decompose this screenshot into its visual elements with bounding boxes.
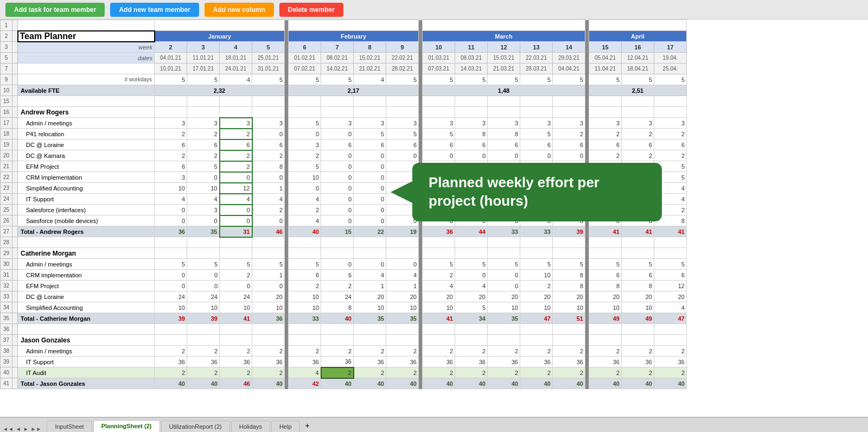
row-andrew-task-1: 17 Admin / meetings 33 3 3 5333 33333 33… (1, 118, 687, 129)
month-mar: March (423, 31, 585, 42)
row-catherine-task-5: 34 Simplified Accounting 10101010 108101… (1, 302, 687, 313)
row-1: 1 (1, 20, 687, 31)
callout-text: Planned weekly effort per project (hours… (429, 174, 599, 209)
month-feb: February (289, 31, 419, 42)
row-andrew-task-4: 20 DC @ Kamara 22 2 2 2000 00000 222 (1, 150, 687, 161)
row-jason-header: 37 Jason Gonzales (1, 335, 687, 346)
add-column-button[interactable]: Add new column (205, 3, 274, 17)
row-title-months: 2 Team Planner January February March Ap… (1, 31, 687, 42)
row-jason-task-2: 39 IT Support 36363636 36363636 36363636… (1, 357, 687, 367)
week-label: week (18, 42, 155, 53)
row-36: 36 (1, 324, 687, 335)
row-workdays: 9 # workdays 5545 5545 55555 555 (1, 74, 687, 85)
month-apr: April (589, 31, 687, 42)
row-catherine-task-3: 32 EFM Project 0000 2211 44028 8812 (1, 281, 687, 291)
row-jason-task-1: 38 Admin / meetings 2222 2222 22222 222 (1, 346, 687, 357)
row-catherine-header: 29 Catherine Morgan (1, 248, 687, 259)
month-jan: January (155, 31, 285, 42)
row-fte: 10 Available FTE 2,32 2,17 1,48 2,51 (1, 85, 687, 96)
row-28: 28 (1, 237, 687, 248)
row-dates-top: 5 dates 04.01.21 11.01.21 18.01.21 25.01… (1, 53, 687, 63)
row-andrew-task-2: 18 P41 relocation 22 2 0 0055 58852 222 (1, 129, 687, 139)
row-andrew-header: 16 Andrew Rogers (1, 107, 687, 118)
delete-member-button[interactable]: Delete member (279, 3, 343, 17)
row-jason-task-3: 40 IT Audit 2222 4 2 22 22222 222 (1, 367, 687, 378)
toolbar: Add task for team member Add new team me… (0, 0, 868, 20)
dates-label: dates (18, 53, 155, 63)
row-catherine-task-4: 33 DC @ Loraine 24242420 10242020 202020… (1, 291, 687, 302)
add-task-button[interactable]: Add task for team member (5, 3, 105, 17)
row-catherine-task-2: 31 CRM implementation 0021 6644 200108 6… (1, 270, 687, 281)
row-jason-total: 41 Total - Jason Gonzales 40404640 42404… (1, 378, 687, 389)
row-dates-bot: 7 10.01.21 17.01.21 24.01.21 31.01.21 07… (1, 63, 687, 74)
callout-tooltip: Planned weekly effort per project (hours… (412, 163, 662, 221)
row-andrew-task-3: 19 DC @ Loraine 66 6 6 3666 66666 666 (1, 139, 687, 150)
row-15: 15 (1, 96, 687, 107)
row-catherine-task-1: 30 Admin / meetings 5555 5000 55555 555 (1, 259, 687, 270)
row-andrew-total: 27 Total - Andrew Rogers 3635 31 46 4015… (1, 226, 687, 237)
row-catherine-total: 35 Total - Catherine Morgan 39394136 334… (1, 313, 687, 324)
row-weeks: 3 week 2 3 4 5 6 7 8 9 10 11 12 13 14 15 (1, 42, 687, 53)
sheet-title: Team Planner (18, 31, 155, 42)
add-member-button[interactable]: Add new team member (110, 3, 199, 17)
